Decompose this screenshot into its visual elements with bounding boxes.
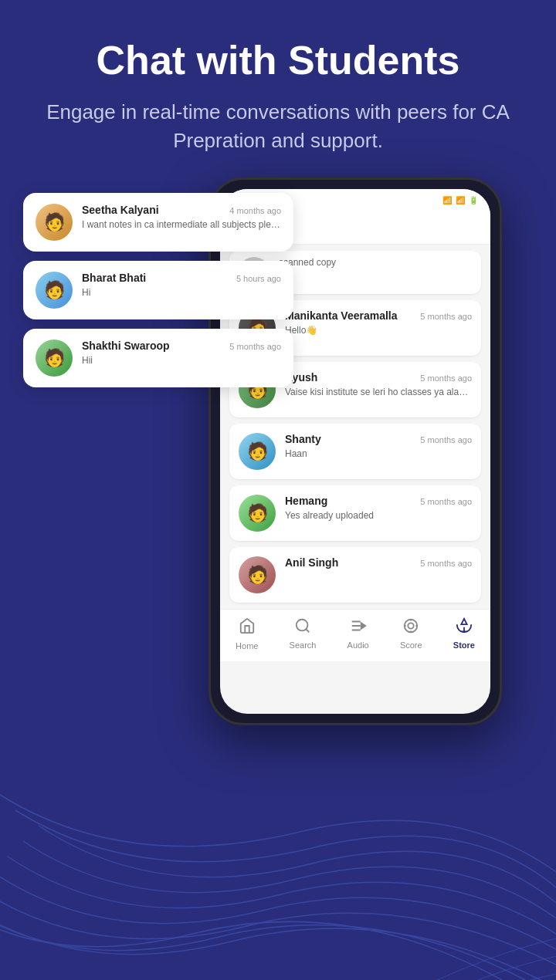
chat-time: 5 months ago: [420, 497, 472, 506]
bottom-nav: Home Search: [220, 609, 490, 661]
floating-card-2: 🧑 Bharat Bhati 5 hours ago Hi: [23, 261, 293, 319]
avatar: 🧑: [36, 340, 73, 377]
chat-message: Hello👋: [285, 325, 472, 336]
home-icon: [239, 617, 256, 638]
chat-time: 5 hours ago: [236, 274, 281, 283]
avatar: 🧑: [239, 495, 276, 532]
list-item[interactable]: 🧑 Shanty 5 months ago Haan: [229, 424, 481, 479]
hero-title: Chat with Students: [31, 39, 525, 83]
chat-content: Anil Singh 5 months ago: [285, 556, 472, 572]
chat-name: Manikanta Veeramalla: [285, 309, 398, 322]
chat-time: 4 months ago: [229, 206, 281, 215]
svg-point-2: [219, 975, 556, 980]
svg-point-3: [185, 945, 556, 980]
chat-message: Yes already uploaded: [285, 510, 472, 521]
nav-score[interactable]: Score: [400, 617, 422, 651]
nav-audio[interactable]: Audio: [348, 617, 369, 651]
avatar: 🧑: [36, 204, 73, 241]
nav-label-score: Score: [400, 640, 422, 650]
avatar: 🧑: [239, 433, 276, 470]
nav-home[interactable]: Home: [236, 617, 258, 651]
avatar: 🧑: [36, 272, 73, 309]
chat-content: Seetha Kalyani 4 months ago I want notes…: [82, 204, 281, 230]
floating-card-3: 🧑 Shakthi Swaroop 5 months ago Hii: [23, 329, 293, 387]
chat-content: Hemang 5 months ago Yes already uploaded: [285, 495, 472, 521]
hero-subtitle: Engage in real-time conversations with p…: [31, 98, 525, 154]
nav-label-home: Home: [236, 641, 258, 651]
svg-point-8: [297, 620, 308, 631]
chat-time: 5 months ago: [229, 342, 281, 351]
chat-content: Manikanta Veeramalla 5 months ago Hello👋: [285, 309, 472, 336]
chat-content: scanned copy: [279, 257, 472, 268]
nav-store[interactable]: Store: [453, 617, 475, 651]
chat-message: I want notes in ca intermediate all subj…: [82, 219, 281, 230]
score-icon: [402, 617, 419, 637]
chat-name: Seetha Kalyani: [82, 204, 159, 216]
svg-point-4: [151, 917, 556, 980]
svg-marker-13: [361, 623, 365, 628]
chat-name: Hemang: [285, 495, 327, 507]
chat-content: Shakthi Swaroop 5 months ago Hii: [82, 340, 281, 366]
svg-point-6: [82, 859, 556, 980]
hero-section: Chat with Students Engage in real-time c…: [0, 0, 556, 170]
floating-card-1: 🧑 Seetha Kalyani 4 months ago I want not…: [23, 193, 293, 252]
avatar: 🧑: [239, 556, 276, 593]
chat-name: Anil Singh: [285, 556, 338, 569]
chat-message: Hii: [82, 355, 281, 366]
chat-name: Bharat Bhati: [82, 272, 146, 284]
chat-content: Bharat Bhati 5 hours ago Hi: [82, 272, 281, 298]
chat-time: 5 months ago: [420, 559, 472, 568]
chat-time: 5 months ago: [420, 435, 472, 444]
audio-icon: [350, 617, 367, 637]
chat-content: Ayush 5 months ago Vaise kisi institute …: [285, 371, 472, 397]
nav-search[interactable]: Search: [290, 617, 317, 651]
svg-point-5: [116, 888, 556, 980]
chat-message: Hi: [82, 287, 281, 298]
search-icon: [294, 617, 311, 637]
nav-label-audio: Audio: [348, 640, 369, 650]
svg-point-14: [405, 620, 418, 633]
chat-message: Vaise kisi institute se leri ho classes …: [285, 387, 472, 397]
chat-message: scanned copy: [279, 257, 472, 268]
chat-time: 5 months ago: [420, 312, 472, 321]
chat-name: Shakthi Swaroop: [82, 340, 170, 352]
chat-message: Haan: [285, 448, 472, 459]
chat-name: Shanty: [285, 433, 321, 445]
list-item[interactable]: 🧑 Hemang 5 months ago Yes already upload…: [229, 485, 481, 541]
svg-point-7: [47, 830, 556, 980]
store-icon: [456, 617, 473, 637]
chat-time: 5 months ago: [420, 373, 472, 383]
nav-label-store: Store: [453, 640, 475, 650]
list-item[interactable]: 🧑 Anil Singh 5 months ago: [229, 547, 481, 603]
chat-content: Shanty 5 months ago Haan: [285, 433, 472, 459]
nav-label-search: Search: [290, 640, 317, 650]
svg-line-9: [306, 629, 309, 632]
svg-point-15: [409, 623, 414, 628]
